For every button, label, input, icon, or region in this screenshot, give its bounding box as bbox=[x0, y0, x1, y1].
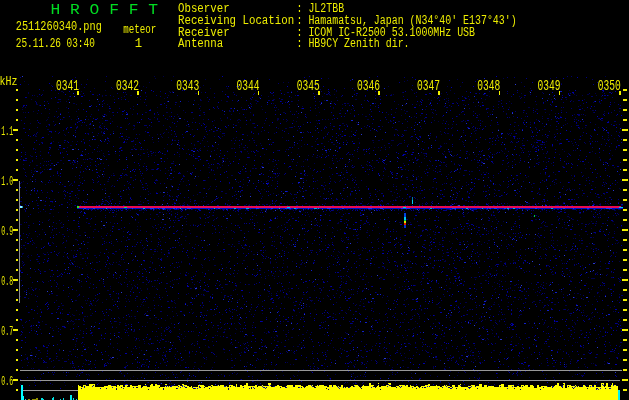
svg-text:0348: 0348 bbox=[477, 79, 500, 94]
svg-text:meteor: meteor bbox=[123, 23, 156, 37]
svg-text:0349: 0349 bbox=[538, 79, 561, 94]
svg-text:0.6: 0.6 bbox=[1, 374, 13, 389]
svg-text:0342: 0342 bbox=[116, 79, 139, 94]
svg-text:1.1: 1.1 bbox=[1, 124, 13, 139]
svg-text:0350: 0350 bbox=[598, 79, 621, 94]
svg-text:0347: 0347 bbox=[417, 79, 440, 94]
svg-text:0.8: 0.8 bbox=[1, 274, 13, 289]
svg-text:kHz: kHz bbox=[0, 75, 18, 89]
svg-text:0.7: 0.7 bbox=[1, 324, 13, 339]
svg-text:: HB9CY Zenith dir.: : HB9CY Zenith dir. bbox=[297, 37, 410, 51]
svg-text:0341: 0341 bbox=[56, 79, 79, 94]
svg-text:0344: 0344 bbox=[237, 79, 260, 94]
svg-text:0343: 0343 bbox=[176, 79, 199, 94]
svg-text:0346: 0346 bbox=[357, 79, 380, 94]
svg-text:0.9: 0.9 bbox=[1, 224, 13, 239]
svg-text:1.0: 1.0 bbox=[1, 174, 13, 189]
svg-text:2511260340.png: 2511260340.png bbox=[16, 20, 102, 34]
svg-text:25.11.26 03:40: 25.11.26 03:40 bbox=[16, 37, 95, 51]
svg-text:0345: 0345 bbox=[297, 79, 320, 94]
svg-text:H R O F F T: H R O F F T bbox=[51, 2, 159, 18]
svg-text:Antenna: Antenna bbox=[178, 37, 223, 51]
svg-text:1: 1 bbox=[135, 37, 142, 51]
